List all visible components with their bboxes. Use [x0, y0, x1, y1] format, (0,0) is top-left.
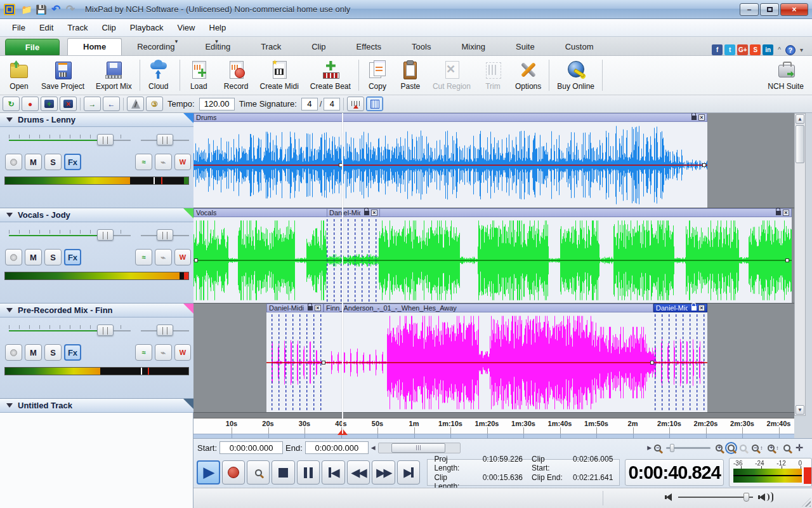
- tab-tools[interactable]: Tools: [396, 39, 446, 55]
- play-button[interactable]: ▶: [197, 460, 220, 485]
- menu-file[interactable]: File: [5, 20, 32, 35]
- zoom-slider-thumb[interactable]: [670, 444, 674, 452]
- mute-button[interactable]: M: [25, 249, 42, 265]
- solo-button[interactable]: S: [44, 154, 62, 170]
- mute-speaker-icon[interactable]: [666, 493, 672, 501]
- tab-effects[interactable]: Effects: [341, 39, 397, 55]
- shift-clip-right-button[interactable]: →: [84, 97, 101, 111]
- quick-save-icon[interactable]: 💾: [35, 3, 48, 16]
- fast-forward-button[interactable]: ▶▶: [372, 460, 395, 485]
- clip-header-daniel-midi-1[interactable]: Daniel-Midi ×: [266, 304, 324, 312]
- vertical-zoom-fit-button[interactable]: [783, 444, 790, 451]
- twitter-icon[interactable]: t: [724, 44, 735, 55]
- scroll-down-button[interactable]: ▼: [796, 405, 804, 415]
- time-ruler[interactable]: 10s20s30s40s50s1m1m:10s1m:20s1m:30s1m:40…: [193, 418, 794, 434]
- quick-open-icon[interactable]: 📁: [20, 3, 33, 16]
- resize-grip[interactable]: [802, 498, 811, 507]
- copy-button[interactable]: Copy: [361, 57, 394, 93]
- arm-record-button[interactable]: [5, 154, 22, 170]
- menu-edit[interactable]: Edit: [32, 20, 60, 35]
- pan-slider[interactable]: [157, 324, 173, 336]
- googleplus-icon[interactable]: G+: [737, 44, 748, 55]
- tab-track[interactable]: Track: [246, 39, 296, 55]
- clip-header-drums[interactable]: Drums ×: [193, 113, 707, 122]
- vertical-scroll-thumb[interactable]: [796, 125, 804, 163]
- tab-clip[interactable]: Clip: [296, 39, 341, 55]
- automation-button[interactable]: ≈: [135, 344, 152, 361]
- options-button[interactable]: Options: [509, 57, 547, 93]
- skip-to-end-button[interactable]: ▶: [397, 460, 420, 485]
- track-settings-button[interactable]: ⌁: [155, 344, 172, 361]
- triplet-button[interactable]: ③: [146, 97, 163, 111]
- pause-button[interactable]: [297, 460, 320, 485]
- maximize-button[interactable]: [760, 3, 779, 16]
- menu-help[interactable]: Help: [202, 20, 233, 35]
- lock-icon[interactable]: [308, 306, 313, 311]
- linkedin-icon[interactable]: in: [763, 44, 773, 55]
- clip-close-icon[interactable]: ×: [315, 305, 321, 311]
- nch-suite-button[interactable]: NCH Suite: [762, 57, 809, 93]
- undo-icon[interactable]: ↶: [49, 3, 62, 16]
- skip-to-start-button[interactable]: ◀: [322, 460, 344, 485]
- help-icon[interactable]: ?: [785, 45, 796, 55]
- mix-waveform[interactable]: [266, 312, 707, 413]
- automation-button[interactable]: ≈: [135, 249, 152, 265]
- arm-record-button[interactable]: [5, 344, 22, 361]
- record-button[interactable]: Record: [218, 57, 254, 93]
- track-header-mix[interactable]: Pre-Recorded Mix - Finn: [0, 304, 193, 318]
- track-header-untitled[interactable]: Untitled Track: [0, 399, 193, 413]
- hscroll-left-button[interactable]: ◀: [371, 443, 376, 453]
- volume-slider[interactable]: [97, 229, 114, 241]
- selection-end-input[interactable]: [305, 441, 369, 454]
- solo-button[interactable]: S: [44, 344, 62, 361]
- hscroll-right-button[interactable]: ▶: [647, 443, 652, 453]
- lock-icon[interactable]: [364, 211, 369, 215]
- menu-view[interactable]: View: [171, 20, 202, 35]
- clip-header-finn[interactable]: Finn_Anderson_-_01_-_When_Hes_Away: [324, 304, 653, 312]
- clip-header-daniel-midi-vocals[interactable]: Daniel-Midi ×: [327, 208, 380, 217]
- clip-close-icon[interactable]: ×: [698, 114, 705, 121]
- envelope-button[interactable]: W: [174, 249, 191, 265]
- clip-header-daniel-midi-2[interactable]: Daniel-Midi ×: [653, 304, 707, 312]
- record-transport-button[interactable]: [222, 460, 245, 485]
- envelope-button[interactable]: W: [174, 154, 191, 170]
- load-dropdown-icon[interactable]: ▾: [215, 38, 218, 44]
- zoom-fit-button[interactable]: [728, 444, 735, 451]
- tab-mixing[interactable]: Mixing: [446, 39, 501, 55]
- cloud-button[interactable]: Cloud: [142, 57, 175, 93]
- tab-custom[interactable]: Custom: [550, 39, 609, 55]
- tab-home[interactable]: Home: [67, 38, 122, 55]
- envelope-button[interactable]: W: [174, 344, 191, 361]
- paste-button[interactable]: Paste: [394, 57, 427, 93]
- selection-start-input[interactable]: [219, 441, 283, 454]
- scrub-button[interactable]: [247, 460, 270, 485]
- record-track-button[interactable]: ●: [22, 97, 39, 111]
- zoom-all-button[interactable]: ✛: [796, 443, 803, 453]
- horizontal-scroll-thumb[interactable]: [391, 443, 445, 453]
- export-mix-button[interactable]: Export Mix: [90, 57, 138, 93]
- tab-suite[interactable]: Suite: [501, 39, 550, 55]
- collapse-track-icon[interactable]: [6, 117, 13, 122]
- minimize-button[interactable]: –: [740, 3, 759, 16]
- snap-button[interactable]: [347, 97, 364, 111]
- loud-speaker-icon[interactable]: [759, 493, 765, 501]
- mute-button[interactable]: M: [25, 344, 42, 361]
- vocals-waveform[interactable]: [193, 217, 792, 304]
- create-midi-button[interactable]: Create Midi: [254, 57, 304, 93]
- tab-file[interactable]: File: [5, 39, 60, 55]
- tab-recording[interactable]: Recording: [122, 39, 190, 55]
- track-header-vocals[interactable]: Vocals - Jody: [0, 208, 193, 222]
- help-dropdown-icon[interactable]: ▾: [800, 46, 803, 53]
- metronome-button[interactable]: [127, 97, 144, 111]
- load-button[interactable]: Load: [182, 57, 215, 93]
- pan-slider[interactable]: [157, 134, 173, 145]
- clip-close-icon[interactable]: ×: [698, 305, 705, 311]
- facebook-icon[interactable]: f: [712, 44, 723, 55]
- volume-thumb[interactable]: [743, 493, 749, 502]
- track-header-drums[interactable]: Drums - Lenny: [0, 113, 193, 127]
- cloud-dropdown-icon[interactable]: ▾: [175, 38, 178, 44]
- collapse-track-icon[interactable]: [6, 403, 13, 408]
- grid-button[interactable]: [366, 97, 383, 111]
- arm-record-button[interactable]: [5, 249, 22, 265]
- delete-track-button[interactable]: ×: [60, 97, 77, 111]
